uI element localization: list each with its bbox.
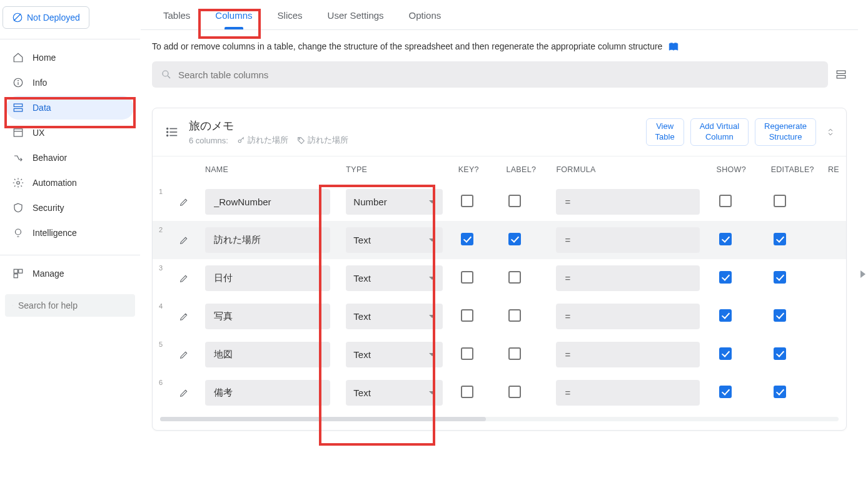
edit-row-button[interactable] bbox=[176, 270, 192, 287]
column-type-select[interactable]: Text bbox=[346, 342, 443, 367]
sidebar-item-data[interactable]: Data bbox=[6, 96, 134, 120]
column-type-select[interactable]: Text bbox=[346, 380, 443, 406]
sidebar-item-manage[interactable]: Manage bbox=[6, 262, 134, 285]
col-show-header[interactable]: SHOW? bbox=[710, 156, 765, 183]
column-type-select[interactable]: Number bbox=[346, 189, 443, 215]
column-name-input[interactable] bbox=[205, 265, 330, 291]
col-label-header[interactable]: LABEL? bbox=[500, 156, 550, 183]
formula-input[interactable] bbox=[556, 189, 700, 215]
sidebar-item-info[interactable]: Info bbox=[6, 71, 134, 95]
key-checkbox[interactable] bbox=[461, 271, 473, 284]
edit-row-button[interactable] bbox=[176, 309, 192, 325]
sidebar-item-intelligence[interactable]: Intelligence bbox=[6, 221, 134, 245]
key-checkbox[interactable] bbox=[461, 347, 473, 360]
view-toggle-icon[interactable] bbox=[835, 69, 847, 80]
col-re-header[interactable]: RE bbox=[822, 156, 846, 183]
column-name-input[interactable] bbox=[205, 189, 330, 215]
editable-checkbox[interactable] bbox=[774, 233, 786, 245]
sidebar-item-home[interactable]: Home bbox=[6, 46, 134, 69]
formula-input[interactable] bbox=[556, 304, 700, 329]
editable-checkbox[interactable] bbox=[774, 271, 786, 284]
svg-rect-13 bbox=[19, 269, 23, 273]
right-panel-handle[interactable] bbox=[859, 269, 867, 281]
sidebar-item-ux[interactable]: UX bbox=[6, 121, 134, 145]
column-name-input[interactable] bbox=[205, 342, 330, 367]
show-checkbox[interactable] bbox=[719, 233, 732, 245]
automation-icon bbox=[13, 177, 24, 188]
formula-input[interactable] bbox=[556, 342, 700, 367]
book-icon[interactable] bbox=[667, 41, 680, 53]
key-checkbox[interactable] bbox=[461, 309, 473, 322]
label-ref-tag[interactable]: 訪れた場所 bbox=[297, 135, 348, 146]
chevron-down-icon bbox=[429, 277, 435, 280]
editable-checkbox[interactable] bbox=[774, 347, 786, 360]
show-checkbox[interactable] bbox=[719, 195, 732, 207]
add-virtual-column-button[interactable]: Add VirtualColumn bbox=[690, 118, 749, 146]
formula-input[interactable] bbox=[556, 380, 700, 406]
show-checkbox[interactable] bbox=[719, 386, 732, 398]
label-checkbox[interactable] bbox=[508, 386, 521, 398]
label-checkbox[interactable] bbox=[508, 347, 521, 360]
edit-row-button[interactable] bbox=[176, 194, 192, 210]
column-type-select[interactable]: Text bbox=[346, 227, 443, 253]
bulb-icon bbox=[13, 227, 24, 238]
formula-input[interactable] bbox=[556, 227, 700, 253]
tag-icon bbox=[297, 136, 305, 145]
key-checkbox[interactable] bbox=[461, 233, 473, 245]
svg-line-18 bbox=[168, 76, 170, 79]
svg-rect-5 bbox=[14, 104, 23, 107]
col-formula-header[interactable]: FORMULA bbox=[550, 156, 710, 183]
editable-checkbox[interactable] bbox=[774, 309, 786, 322]
svg-point-30 bbox=[299, 138, 300, 140]
sidebar-item-label: Data bbox=[33, 103, 51, 113]
search-input[interactable] bbox=[178, 69, 819, 80]
key-checkbox[interactable] bbox=[461, 195, 473, 207]
sidebar-item-behavior[interactable]: Behavior bbox=[6, 146, 134, 170]
show-checkbox[interactable] bbox=[719, 347, 732, 360]
editable-checkbox[interactable] bbox=[774, 195, 786, 207]
column-name-input[interactable] bbox=[205, 380, 330, 406]
sidebar-item-security[interactable]: Security bbox=[6, 196, 134, 220]
tab-slices[interactable]: Slices bbox=[265, 0, 315, 29]
col-type-header[interactable]: TYPE bbox=[340, 156, 452, 183]
sidebar-item-automation[interactable]: Automation bbox=[6, 171, 134, 195]
col-name-header[interactable]: NAME bbox=[199, 156, 340, 183]
column-name-input[interactable] bbox=[205, 304, 330, 329]
sidebar-item-label: Info bbox=[33, 78, 47, 88]
label-checkbox[interactable] bbox=[508, 271, 521, 284]
show-checkbox[interactable] bbox=[719, 271, 732, 284]
label-checkbox[interactable] bbox=[508, 309, 521, 322]
deploy-status-badge[interactable]: Not Deployed bbox=[3, 6, 89, 29]
help-search-input[interactable] bbox=[18, 300, 128, 310]
search-box[interactable] bbox=[152, 61, 828, 88]
formula-input[interactable] bbox=[556, 265, 700, 291]
tab-user-settings[interactable]: User Settings bbox=[315, 0, 396, 29]
col-editable-header[interactable]: EDITABLE? bbox=[765, 156, 822, 183]
edit-row-button[interactable] bbox=[176, 232, 192, 248]
tab-options[interactable]: Options bbox=[396, 0, 454, 29]
view-table-button[interactable]: ViewTable bbox=[646, 118, 684, 146]
key-checkbox[interactable] bbox=[461, 386, 473, 398]
editable-checkbox[interactable] bbox=[774, 386, 786, 398]
edit-row-button[interactable] bbox=[176, 385, 192, 401]
label-checkbox[interactable] bbox=[508, 233, 521, 245]
show-checkbox[interactable] bbox=[719, 309, 732, 322]
column-name-input[interactable] bbox=[205, 227, 330, 253]
not-deployed-icon bbox=[12, 12, 23, 23]
table-wrap: NAME TYPE KEY? LABEL? FORMULA SHOW? EDIT… bbox=[153, 156, 846, 412]
column-type-select[interactable]: Text bbox=[346, 265, 443, 291]
nav-list: Home Info Data UX Behavior Automation bbox=[0, 46, 140, 245]
row-index: 6 bbox=[153, 374, 169, 412]
tab-columns[interactable]: Columns bbox=[203, 0, 265, 29]
tab-tables[interactable]: Tables bbox=[151, 0, 203, 29]
help-search[interactable] bbox=[5, 294, 135, 317]
label-checkbox[interactable] bbox=[508, 195, 521, 207]
col-key-header[interactable]: KEY? bbox=[452, 156, 500, 183]
svg-point-25 bbox=[167, 131, 168, 133]
key-ref-tag[interactable]: 訪れた場所 bbox=[237, 135, 288, 146]
column-type-select[interactable]: Text bbox=[346, 304, 443, 329]
regenerate-structure-button[interactable]: RegenerateStructure bbox=[755, 118, 816, 146]
horizontal-scrollbar[interactable] bbox=[160, 417, 839, 421]
expand-collapse-icon[interactable] bbox=[826, 126, 835, 138]
edit-row-button[interactable] bbox=[176, 347, 192, 363]
